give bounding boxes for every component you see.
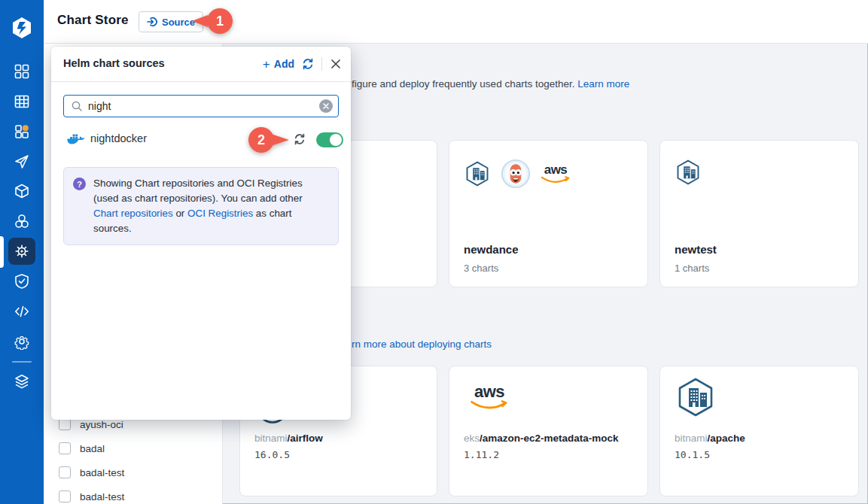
- group-icon-row: [675, 159, 702, 186]
- filter-row-badal[interactable]: badal: [59, 439, 105, 457]
- badge-number: 1: [207, 8, 233, 34]
- source-search-input[interactable]: [88, 96, 314, 116]
- chart-card-version: 16.0.5: [254, 449, 290, 460]
- badge-number: 2: [248, 127, 274, 153]
- chart-repositories-link[interactable]: Chart repositories: [93, 208, 173, 219]
- checkbox[interactable]: [59, 418, 71, 430]
- oci-registries-link[interactable]: OCI Registries: [187, 208, 253, 219]
- source-arrow-icon: [147, 17, 157, 27]
- rail-divider: [12, 361, 32, 363]
- chart-card-version: 10.1.5: [675, 449, 710, 460]
- group-icon-row: aws: [464, 159, 571, 189]
- cog-icon: [14, 333, 30, 350]
- popover-title: Helm chart sources: [63, 57, 165, 69]
- popover-header-divider: [51, 81, 351, 82]
- add-button-label: Add: [274, 58, 294, 70]
- app-window: figure and deploy frequently used charts…: [0, 0, 868, 504]
- resync-source-icon[interactable]: [294, 133, 306, 145]
- devtron-logo-icon[interactable]: [10, 16, 34, 40]
- close-icon[interactable]: [330, 58, 342, 70]
- sidebar-item-clusters[interactable]: [14, 213, 30, 229]
- gear-wheel-icon: [14, 243, 30, 260]
- active-nav-notch: [0, 236, 4, 268]
- shield-check-icon: [14, 273, 30, 290]
- mascot-icon: [501, 159, 531, 189]
- group-card-title: newdance: [464, 243, 519, 256]
- group-card-count: 1 charts: [675, 263, 709, 274]
- hexagon-building-icon: [675, 376, 717, 418]
- chart-name: /apache: [708, 433, 745, 444]
- sidebar-item-helm-apps[interactable]: [14, 183, 30, 199]
- callout-badge-1: 1: [207, 8, 233, 34]
- info-note-text: Showing Chart repositories and OCI Regis…: [93, 176, 327, 236]
- chart-card-name: bitnami/apache: [675, 433, 745, 444]
- chart-name: /airflow: [288, 433, 323, 444]
- chart-repo: bitnami: [675, 433, 708, 444]
- helm-chart-sources-popover: Helm chart sources + Add: [51, 47, 351, 420]
- sidebar-item-security[interactable]: [14, 273, 30, 290]
- paper-plane-icon: [14, 153, 30, 170]
- chart-name: /amazon-ec2-metadata-mock: [480, 433, 619, 444]
- learn-more-link[interactable]: Learn more: [577, 78, 629, 90]
- sidebar-item-chart-store[interactable]: [14, 243, 30, 260]
- note-text: Showing Chart repositories and OCI Regis…: [93, 178, 303, 204]
- chart-card-apache[interactable]: bitnami/apache 10.1.5: [659, 366, 859, 496]
- toggle-knob: [330, 134, 342, 146]
- actions-divider: [321, 57, 322, 71]
- chart-repo: bitnami: [254, 433, 288, 444]
- clear-search-button[interactable]: [319, 99, 333, 113]
- sidebar-item-stack-manager[interactable]: [14, 373, 30, 390]
- aws-logo-icon: aws: [541, 163, 571, 184]
- sidebar-item-code[interactable]: [14, 303, 30, 320]
- refresh-icon[interactable]: [302, 58, 314, 70]
- chart-groups-intro: figure and deploy frequently used charts…: [352, 78, 629, 90]
- source-button-label: Source: [162, 17, 195, 28]
- sidebar-item-global-config[interactable]: [14, 333, 30, 350]
- filter-label: badal: [80, 443, 105, 454]
- filter-row-badal-test-2[interactable]: badal-test: [59, 487, 124, 504]
- source-row-nightdocker: nightdocker: [51, 126, 351, 153]
- note-text: or: [173, 208, 187, 219]
- stack-layers-icon: [14, 373, 30, 390]
- search-icon: [71, 100, 83, 112]
- grid-table-icon: [14, 93, 30, 110]
- chart-card-ec2-metadata-mock[interactable]: aws eks/amazon-ec2-metadata-mock 1.11.2: [449, 366, 648, 496]
- plus-icon: +: [263, 58, 270, 71]
- page-title: Chart Store: [57, 13, 129, 28]
- jobs-icon: [14, 123, 30, 140]
- sidebar-item-applications[interactable]: [14, 63, 30, 80]
- aws-text: aws: [474, 384, 504, 400]
- hexagon-building-icon: [464, 160, 491, 187]
- checkbox[interactable]: [59, 442, 71, 454]
- hexagon-building-icon: [675, 159, 702, 186]
- filter-label: badal-test: [80, 467, 124, 478]
- docker-whale-icon: [66, 132, 85, 147]
- page-header: Chart Store Source: [44, 0, 868, 44]
- sidebar-item-deploy[interactable]: [14, 153, 30, 170]
- badge-tail: [271, 134, 289, 146]
- chart-group-card-newtest[interactable]: newtest 1 charts: [659, 140, 859, 287]
- deploy-charts-link[interactable]: rn more about deploying charts: [352, 339, 492, 350]
- code-icon: [14, 303, 30, 320]
- source-enabled-toggle[interactable]: [316, 132, 343, 147]
- cluster-circles-icon: [14, 213, 30, 229]
- popover-actions: + Add: [263, 56, 342, 72]
- sidebar-item-jobs[interactable]: [14, 123, 30, 140]
- source-search-box: [63, 95, 339, 117]
- checkbox[interactable]: [59, 466, 71, 478]
- group-card-count: 3 charts: [464, 263, 498, 274]
- checkbox[interactable]: [59, 490, 71, 502]
- chart-group-card-newdance[interactable]: aws newdance 3 charts: [449, 140, 648, 287]
- help-icon: ?: [73, 178, 86, 190]
- aws-logo-icon: aws: [470, 384, 509, 411]
- source-name: nightdocker: [90, 132, 147, 144]
- info-note: ? Showing Chart repositories and OCI Reg…: [63, 167, 339, 245]
- filter-row-badal-test[interactable]: badal-test: [59, 463, 124, 481]
- app-grid-icon: [14, 63, 30, 80]
- cube-icon: [14, 183, 30, 199]
- add-source-button[interactable]: + Add: [263, 58, 294, 71]
- group-card-title: newtest: [675, 243, 717, 256]
- sidebar-item-app-groups[interactable]: [14, 93, 30, 110]
- chart-repo: eks: [464, 433, 480, 444]
- aws-text: aws: [544, 163, 568, 176]
